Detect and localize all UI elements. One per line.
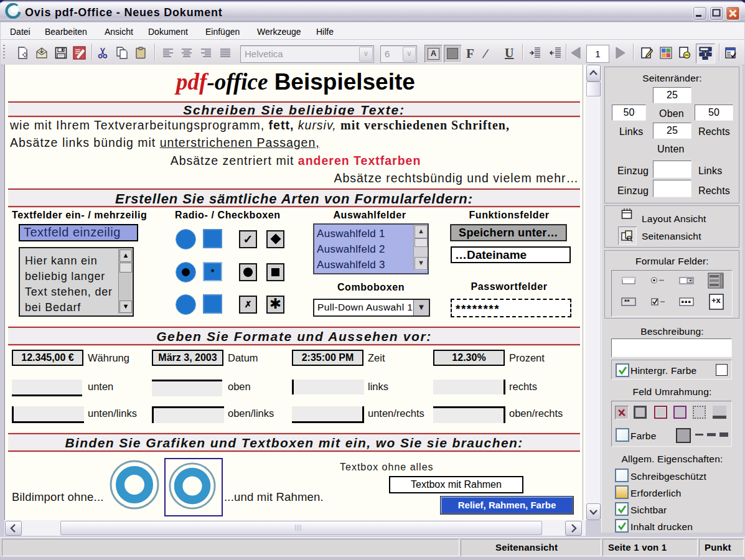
- svg-text:+x: +x: [711, 296, 721, 305]
- svg-text:**: **: [624, 298, 630, 306]
